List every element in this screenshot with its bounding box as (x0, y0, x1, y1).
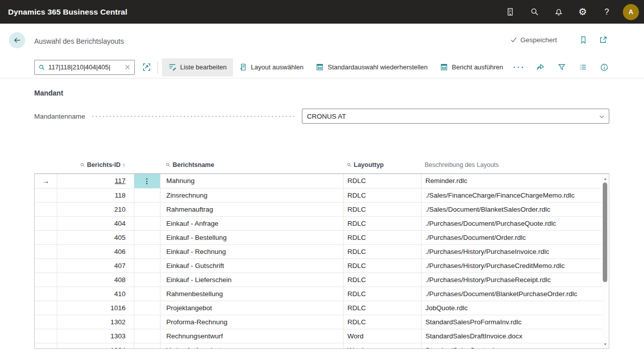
bookmark-icon[interactable] (579, 36, 588, 44)
layout-description-cell[interactable]: StandardSalesDraftInvoice.docx (421, 329, 602, 343)
row-selector-cell[interactable]: → (35, 287, 57, 301)
table-row[interactable]: → 408 ⋮ Einkauf - Lieferschein RDLC ./Pu… (35, 273, 602, 287)
report-id-cell[interactable]: 1016 (57, 301, 134, 315)
layout-description-cell[interactable]: ./Purchases/Document/BlanketPurchaseOrde… (421, 287, 602, 301)
report-id-cell[interactable]: 1302 (57, 315, 134, 329)
report-id-link[interactable]: 1304 (110, 346, 125, 349)
report-name-cell[interactable]: Rahmenauftrag (160, 202, 343, 216)
row-context-menu[interactable]: ⋮ (134, 301, 160, 315)
report-id-link[interactable]: 410 (114, 290, 126, 298)
layout-type-cell[interactable]: RDLC (343, 202, 421, 216)
report-name-cell[interactable]: Einkauf - Rechnung (160, 244, 343, 258)
row-selector-cell[interactable]: → (35, 216, 57, 230)
layout-description-cell[interactable]: StandardSalesQuote.docx (421, 343, 602, 349)
layout-type-cell[interactable]: RDLC (343, 244, 421, 258)
row-context-menu[interactable]: ⋮ (134, 202, 160, 216)
report-id-cell[interactable]: 1304 (57, 343, 134, 349)
row-context-menu[interactable]: ⋮ (134, 244, 160, 258)
clear-filter-icon[interactable] (124, 64, 131, 70)
ellipsis-vertical-icon[interactable]: ⋮ (143, 177, 150, 185)
row-selector-cell[interactable]: → (35, 202, 57, 216)
row-selector-cell[interactable]: → (35, 315, 57, 329)
report-name-cell[interactable]: Rechnungsentwurf (160, 329, 343, 343)
row-context-menu[interactable]: ⋮ (134, 315, 160, 329)
choose-columns-icon[interactable] (579, 63, 587, 71)
column-header-layout-type[interactable]: Layouttyp (343, 161, 421, 168)
layout-description-cell[interactable]: ./Purchases/Document/Order.rdlc (421, 230, 602, 244)
report-name-cell[interactable]: Einkauf - Gutschrift (160, 258, 343, 273)
report-name-cell[interactable]: Projektangebot (160, 301, 343, 315)
report-id-cell[interactable]: 408 (57, 273, 134, 287)
table-row[interactable]: → 1303 ⋮ Rechnungsentwurf Word StandardS… (35, 329, 602, 343)
report-name-cell[interactable]: Zinsrechnung (160, 188, 343, 202)
row-selector-cell[interactable]: → (35, 174, 57, 188)
layout-type-cell[interactable]: RDLC (343, 301, 421, 315)
filter-input[interactable]: 117|118|210|404|405| (34, 60, 135, 75)
report-name-cell[interactable]: Proforma-Rechnung (160, 315, 343, 329)
scroll-up-button[interactable]: ▲ (602, 175, 609, 182)
report-name-cell[interactable]: Mahnung (160, 174, 343, 188)
row-selector-cell[interactable]: → (35, 244, 57, 258)
row-selector-cell[interactable]: → (35, 258, 57, 273)
row-context-menu[interactable]: ⋮ (134, 329, 160, 343)
report-id-link[interactable]: 1302 (110, 318, 125, 326)
edit-list-button[interactable]: Liste bearbeiten (162, 58, 233, 76)
layout-type-cell[interactable]: Word (343, 343, 421, 349)
row-selector-cell[interactable]: → (35, 188, 57, 202)
scroll-down-button[interactable]: ▼ (602, 340, 609, 347)
select-layout-button[interactable]: Layout auswählen (233, 58, 310, 76)
layout-type-cell[interactable]: RDLC (343, 230, 421, 244)
report-name-cell[interactable]: Verkauf - Angebot (160, 343, 343, 349)
popout-icon[interactable] (599, 35, 608, 44)
row-selector-cell[interactable]: → (35, 301, 57, 315)
layout-type-cell[interactable]: RDLC (343, 273, 421, 287)
row-selector-cell[interactable]: → (35, 230, 57, 244)
search-icon[interactable] (522, 0, 546, 24)
layout-description-cell[interactable]: StandardSalesProFormaInv.rdlc (421, 315, 602, 329)
report-id-cell[interactable]: 405 (57, 230, 134, 244)
layout-description-cell[interactable]: ./Sales/FinanceCharge/FinanceChargeMemo.… (421, 188, 602, 202)
table-row[interactable]: → 118 ⋮ Zinsrechnung RDLC ./Sales/Financ… (35, 188, 602, 202)
row-context-menu[interactable]: ⋮ (134, 343, 160, 349)
column-header-report-name[interactable]: Berichtsname (159, 161, 343, 168)
layout-type-cell[interactable]: RDLC (343, 216, 421, 230)
layout-type-cell[interactable]: Word (343, 329, 421, 343)
layout-description-cell[interactable]: ./Purchases/History/PurchaseReceipt.rdlc (421, 273, 602, 287)
report-id-link[interactable]: 406 (114, 248, 126, 255)
layout-description-cell[interactable]: JobQuote.rdlc (421, 301, 602, 315)
table-row[interactable]: → 1302 ⋮ Proforma-Rechnung RDLC Standard… (35, 315, 602, 329)
row-context-menu[interactable]: ⋮ (134, 174, 160, 188)
layout-type-cell[interactable]: RDLC (343, 258, 421, 273)
report-id-link[interactable]: 117 (115, 177, 126, 185)
restore-defaults-button[interactable]: Standardauswahl wiederherstellen (309, 58, 434, 76)
report-id-cell[interactable]: 406 (57, 244, 134, 258)
report-name-cell[interactable]: Einkauf - Lieferschein (160, 273, 343, 287)
report-id-link[interactable]: 408 (114, 276, 126, 284)
report-id-cell[interactable]: 118 (57, 188, 134, 202)
report-id-cell[interactable]: 404 (57, 216, 134, 230)
company-icon[interactable] (498, 0, 522, 24)
layout-description-cell[interactable]: ./Purchases/History/PurchaseInvoice.rdlc (421, 244, 602, 258)
layout-type-cell[interactable]: RDLC (343, 287, 421, 301)
layout-description-cell[interactable]: ./Purchases/History/PurchaseCreditMemo.r… (421, 258, 602, 273)
table-row[interactable]: → 406 ⋮ Einkauf - Rechnung RDLC ./Purcha… (35, 244, 602, 258)
report-id-cell[interactable]: 407 (57, 258, 134, 273)
layout-type-cell[interactable]: RDLC (343, 188, 421, 202)
report-id-link[interactable]: 1016 (110, 304, 125, 312)
table-row[interactable]: → 407 ⋮ Einkauf - Gutschrift RDLC ./Purc… (35, 258, 602, 273)
more-options-button[interactable]: ··· (509, 63, 529, 71)
report-id-cell[interactable]: 1303 (57, 329, 134, 343)
row-selector-cell[interactable]: → (35, 343, 57, 349)
layout-description-cell[interactable]: Reminder.rdlc (421, 174, 602, 188)
report-id-cell[interactable]: 410 (57, 287, 134, 301)
column-header-report-id[interactable]: Berichts-ID ↑ (56, 161, 133, 168)
filter-icon[interactable] (557, 63, 566, 71)
table-row[interactable]: → 1016 ⋮ Projektangebot RDLC JobQuote.rd… (35, 301, 602, 315)
report-id-cell[interactable]: 117 (57, 174, 134, 188)
table-row[interactable]: → 410 ⋮ Rahmenbestellung RDLC ./Purchase… (35, 287, 602, 301)
table-row[interactable]: → 404 ⋮ Einkauf - Anfrage RDLC ./Purchas… (35, 216, 602, 230)
layout-type-cell[interactable]: RDLC (343, 315, 421, 329)
table-row[interactable]: → 210 ⋮ Rahmenauftrag RDLC ./Sales/Docum… (35, 202, 602, 216)
row-selector-cell[interactable]: → (35, 273, 57, 287)
report-id-link[interactable]: 118 (115, 192, 126, 199)
